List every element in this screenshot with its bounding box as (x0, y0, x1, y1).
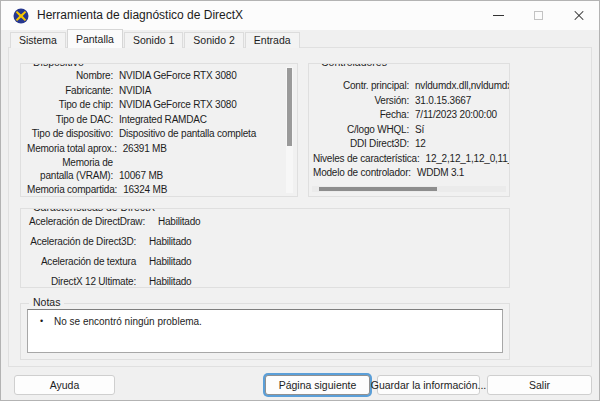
field-label: Aceleración de textura (29, 255, 136, 268)
bullet-icon: • (40, 315, 54, 328)
tab-sonido-1[interactable]: Sonido 1 (124, 32, 183, 48)
field-value: NVIDIA GeForce RTX 3080 (119, 70, 237, 83)
field-value: 12_2,12_1,12_0,11_1,11_0,1 (426, 153, 510, 166)
device-row: Nombre: NVIDIA GeForce RTX 3080 (27, 70, 279, 83)
feature-row: DirectX 12 Ultimate: Habilitado (29, 275, 501, 288)
driver-row: DDI Direct3D: 12 (313, 138, 503, 151)
field-label: Nombre: (27, 70, 113, 83)
driver-row: Fecha: 7/11/2023 20:00:00 (313, 109, 503, 122)
field-label: Aceleración de DirectDraw: (29, 215, 145, 228)
field-label: Tipo de DAC: (27, 114, 113, 127)
field-value: nvldumdx.dll,nvldumdx.dll,nv (415, 80, 510, 93)
device-row: Fabricante: NVIDIA (27, 85, 279, 98)
tab-sistema[interactable]: Sistema (10, 32, 66, 48)
driver-row: Niveles de característica: 12_2,12_1,12_… (313, 153, 503, 166)
close-button[interactable] (559, 1, 599, 30)
field-label: Niveles de característica: (313, 153, 420, 166)
device-group: Dispositivo Nombre: NVIDIA GeForce RTX 3… (20, 63, 298, 197)
tab-pantalla[interactable]: Pantalla (67, 29, 123, 48)
field-value: NVIDIA (119, 85, 151, 98)
field-label: Tipo de dispositivo: (27, 128, 113, 141)
field-value: Dispositivo de pantalla completa (119, 128, 256, 141)
device-group-title: Dispositivo (29, 63, 88, 68)
field-value: 7/11/2023 20:00:00 (415, 109, 497, 122)
field-value: Habilitado (149, 275, 191, 288)
field-label: C/logo WHQL: (313, 124, 409, 137)
feature-row: Aceleración de DirectDraw: Habilitado (29, 215, 501, 228)
device-row: Memoria total aprox.: 26391 MB (27, 143, 279, 156)
field-value: Sí (415, 124, 424, 137)
next-page-button[interactable]: Página siguiente (265, 375, 370, 395)
field-label: Modelo de controlador: (313, 167, 411, 180)
minimize-button[interactable] (479, 1, 519, 30)
driver-row: Versión: 31.0.15.3667 (313, 95, 503, 108)
field-label: Memoria de pantalla (VRAM): (27, 157, 113, 182)
field-label: Fabricante: (27, 85, 113, 98)
field-value: Habilitado (149, 255, 191, 268)
field-value: WDDM 3.1 (417, 167, 464, 180)
dxdiag-window: Herramienta de diagnóstico de DirectX Si… (0, 0, 600, 401)
device-row: Memoria compartida: 16324 MB (27, 184, 279, 197)
titlebar[interactable]: Herramienta de diagnóstico de DirectX (1, 1, 599, 30)
directx-logo-icon (13, 8, 29, 24)
help-button[interactable]: Ayuda (14, 375, 115, 395)
field-value: 12 (415, 138, 426, 151)
horizontal-scrollbar-thumb[interactable] (319, 187, 437, 191)
window-title: Herramienta de diagnóstico de DirectX (37, 1, 243, 30)
field-value: 31.0.15.3667 (415, 95, 471, 108)
maximize-button[interactable] (519, 1, 559, 30)
field-label: Memoria compartida: (27, 184, 117, 197)
notes-group: Notas • No se encontró ningún problema. (20, 303, 510, 360)
field-value: 10067 MB (119, 170, 163, 183)
field-value: Integrated RAMDAC (119, 114, 207, 127)
drivers-group: Controladores Contr. principal: nvldumdx… (308, 63, 510, 197)
feature-row: Aceleración de Direct3D: Habilitado (29, 235, 501, 248)
directx-features-group: Características de DirectX Aceleración d… (20, 208, 510, 288)
field-value: 26391 MB (123, 143, 167, 156)
save-information-button[interactable]: Guardar la información... (377, 375, 480, 395)
field-label: Aceleración de Direct3D: (29, 235, 136, 248)
field-value: 16324 MB (123, 184, 167, 197)
device-row: Tipo de dispositivo: Dispositivo de pant… (27, 128, 279, 141)
field-label: Memoria total aprox.: (27, 143, 117, 156)
maximize-icon (534, 11, 543, 20)
field-value: NVIDIA GeForce RTX 3080 (119, 99, 237, 112)
tab-entrada[interactable]: Entrada (245, 32, 300, 48)
window-controls (479, 1, 599, 30)
field-value: Habilitado (158, 215, 200, 228)
field-label: Versión: (313, 95, 409, 108)
exit-button[interactable]: Salir (487, 375, 592, 395)
tab-sonido-2[interactable]: Sonido 2 (184, 32, 243, 48)
field-value: Habilitado (149, 235, 191, 248)
field-label: Contr. principal: (313, 80, 409, 93)
field-label: Tipo de chip: (27, 99, 113, 112)
note-text: No se encontró ningún problema. (54, 315, 202, 328)
field-label: DirectX 12 Ultimate: (29, 275, 136, 288)
device-row: Memoria de pantalla (VRAM): 10067 MB (27, 157, 279, 182)
minimize-icon (493, 15, 504, 16)
device-row: Tipo de DAC: Integrated RAMDAC (27, 114, 279, 127)
vertical-scrollbar-thumb[interactable] (287, 68, 292, 146)
driver-row: Contr. principal: nvldumdx.dll,nvldumdx.… (313, 80, 503, 93)
drivers-group-title: Controladores (317, 63, 391, 68)
field-label: Fecha: (313, 109, 409, 122)
note-item: • No se encontró ningún problema. (28, 310, 502, 328)
notes-list: • No se encontró ningún problema. (27, 309, 503, 353)
driver-row: C/logo WHQL: Sí (313, 124, 503, 137)
tab-strip: Sistema Pantalla Sonido 1 Sonido 2 Entra… (10, 29, 301, 48)
device-row: Tipo de chip: NVIDIA GeForce RTX 3080 (27, 99, 279, 112)
directx-features-group-title: Características de DirectX (29, 208, 159, 213)
feature-row: Aceleración de textura Habilitado (29, 255, 501, 268)
field-label: DDI Direct3D: (313, 138, 409, 151)
notes-group-title: Notas (29, 296, 64, 308)
driver-row: Modelo de controlador: WDDM 3.1 (313, 167, 503, 180)
